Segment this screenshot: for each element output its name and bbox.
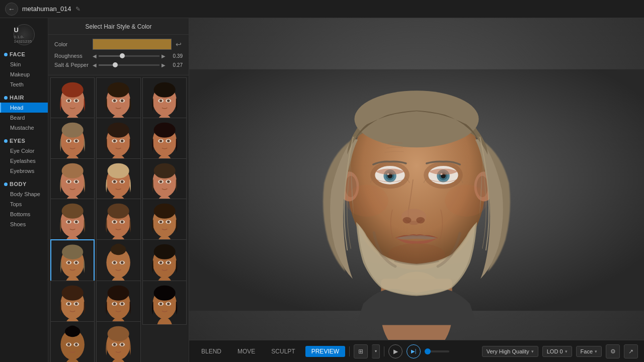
face-dot xyxy=(4,53,8,56)
roughness-slider-container[interactable]: ◀ ▶ xyxy=(93,53,166,59)
preview-button[interactable]: PREVIEW xyxy=(305,346,345,357)
color-label: Color xyxy=(54,41,90,47)
sidebar-item-skin[interactable]: Skin xyxy=(0,59,48,69)
sidebar-item-eyelashes[interactable]: Eyelashes xyxy=(0,156,48,166)
roughness-track[interactable] xyxy=(99,55,159,57)
grid-dropdown[interactable]: ▾ xyxy=(372,344,380,358)
project-title: metahuman_014 xyxy=(22,5,71,13)
hair-thumb-16[interactable] xyxy=(96,281,140,325)
salt-pepper-slider-container[interactable]: ◀ ▶ xyxy=(93,62,166,68)
quality-label: Very High Quality xyxy=(487,348,529,354)
lod-label: LOD 0 xyxy=(547,348,563,354)
salt-pepper-row: Salt & Pepper ◀ ▶ 0.27 xyxy=(54,62,183,68)
svg-point-11 xyxy=(108,82,129,98)
sp-thumb[interactable] xyxy=(113,62,118,67)
sp-right-arrow[interactable]: ▶ xyxy=(162,62,166,68)
hair-thumb-4[interactable] xyxy=(96,118,140,162)
sidebar-item-mustache[interactable]: Mustache xyxy=(0,123,48,133)
sp-left-arrow[interactable]: ◀ xyxy=(93,62,97,68)
hair-thumb-9[interactable] xyxy=(50,199,95,243)
section-face[interactable]: FACE xyxy=(0,49,48,59)
hair-thumb-19[interactable] xyxy=(96,321,140,362)
hair-thumb-0[interactable] xyxy=(50,77,95,122)
hair-thumb-12[interactable] xyxy=(50,239,95,284)
sidebar-item-tops[interactable]: Tops xyxy=(0,199,48,209)
svg-point-161 xyxy=(121,343,123,345)
svg-point-86 xyxy=(113,221,116,223)
hair-thumb-8[interactable] xyxy=(142,158,187,203)
svg-point-59 xyxy=(108,163,129,178)
timeline-playhead[interactable] xyxy=(425,348,431,354)
separator-1 xyxy=(349,346,350,356)
ue-logo: U 0.1.0-14321235 xyxy=(14,24,35,45)
sidebar-item-beard[interactable]: Beard xyxy=(0,113,48,123)
step-icon: ▶| xyxy=(411,348,417,354)
sidebar-item-body-shape[interactable]: Body Shape xyxy=(0,189,48,199)
separator-2 xyxy=(384,346,384,356)
hair-thumb-7[interactable] xyxy=(96,158,140,203)
hair-thumb-1[interactable] xyxy=(96,77,140,122)
sidebar-item-shoes[interactable]: Shoes xyxy=(0,219,48,229)
color-row: Color ↩ xyxy=(54,39,183,50)
sidebar-item-makeup[interactable]: Makeup xyxy=(0,69,48,79)
view-dropdown[interactable]: Face ▾ xyxy=(576,346,602,357)
sidebar-nav: U 0.1.0-14321235 FACE Skin Makeup Teeth … xyxy=(0,18,48,362)
lod-dropdown[interactable]: LOD 0 ▾ xyxy=(542,346,572,357)
svg-point-127 xyxy=(67,303,70,305)
hair-thumb-5[interactable] xyxy=(142,118,187,162)
svg-point-135 xyxy=(113,303,116,305)
sculpt-button[interactable]: SCULPT xyxy=(265,346,301,357)
svg-point-19 xyxy=(153,82,175,98)
hair-thumb-2[interactable] xyxy=(142,77,187,122)
edit-title-icon[interactable]: ✎ xyxy=(75,6,80,13)
section-eyes[interactable]: EYES xyxy=(0,136,48,146)
section-hair[interactable]: HAIR xyxy=(0,93,48,103)
hair-thumb-10[interactable] xyxy=(96,199,140,243)
settings-button[interactable]: ⚙ xyxy=(606,344,620,358)
roughness-right-arrow[interactable]: ▶ xyxy=(162,53,166,59)
view-label: Face xyxy=(581,348,593,354)
grid-view-button[interactable]: ⊞ xyxy=(354,344,368,358)
timeline-track[interactable] xyxy=(425,350,449,352)
svg-point-35 xyxy=(108,123,129,138)
hair-thumb-18[interactable] xyxy=(50,321,95,362)
hair-thumb-6[interactable] xyxy=(50,158,95,203)
blend-button[interactable]: BLEND xyxy=(195,346,227,357)
sidebar-item-teeth[interactable]: Teeth xyxy=(0,79,48,89)
svg-point-75 xyxy=(62,204,84,219)
sidebar-item-bottoms[interactable]: Bottoms xyxy=(0,209,48,219)
svg-point-170 xyxy=(354,90,478,147)
move-button[interactable]: MOVE xyxy=(231,346,261,357)
viewport[interactable]: BLEND MOVE SCULPT PREVIEW ⊞ ▾ ▶ ▶| xyxy=(189,18,644,362)
export-button[interactable]: ↗ xyxy=(624,344,638,358)
svg-point-149 xyxy=(67,325,77,333)
quality-dropdown[interactable]: Very High Quality ▾ xyxy=(482,346,538,357)
hair-thumb-17[interactable] xyxy=(142,281,187,325)
roughness-left-arrow[interactable]: ◀ xyxy=(93,53,97,59)
hair-thumb-3[interactable] xyxy=(50,118,95,162)
grid-chevron-icon: ▾ xyxy=(375,349,377,353)
svg-point-185 xyxy=(416,217,425,224)
color-swatch[interactable] xyxy=(93,39,172,50)
svg-point-78 xyxy=(67,221,70,223)
sidebar-item-eye-color[interactable]: Eye Color xyxy=(0,146,48,156)
roughness-thumb[interactable] xyxy=(120,53,125,58)
section-body[interactable]: BODY xyxy=(0,179,48,189)
step-forward-button[interactable]: ▶| xyxy=(407,344,421,358)
hair-thumb-11[interactable] xyxy=(142,199,187,243)
play-pause-button[interactable]: ▶ xyxy=(388,344,403,358)
color-reset-icon[interactable]: ↩ xyxy=(175,40,183,48)
sp-track[interactable] xyxy=(99,64,159,66)
back-button[interactable]: ← xyxy=(5,3,18,16)
svg-point-6 xyxy=(67,100,70,102)
lod-chevron-icon: ▾ xyxy=(565,349,568,354)
eyes-dot xyxy=(4,139,8,143)
hair-thumb-15[interactable] xyxy=(50,281,95,325)
sidebar-item-eyebrows[interactable]: Eyebrows xyxy=(0,166,48,176)
svg-point-152 xyxy=(67,343,70,345)
hair-thumb-14[interactable] xyxy=(142,239,187,284)
svg-point-7 xyxy=(75,100,77,102)
hair-thumb-13[interactable] xyxy=(96,239,140,284)
salt-pepper-label: Salt & Pepper xyxy=(54,62,90,68)
sidebar-item-head[interactable]: Head xyxy=(0,103,48,113)
